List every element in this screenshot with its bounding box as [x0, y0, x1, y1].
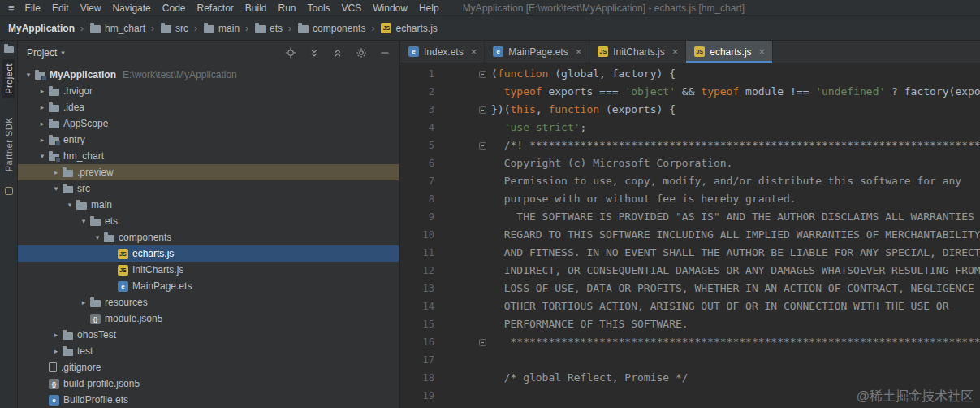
breadcrumb-item-components[interactable]: components [296, 23, 367, 34]
tree-item-ets[interactable]: ▾ets [18, 213, 399, 229]
tab-echarts-js[interactable]: JSecharts.js× [686, 41, 773, 63]
close-tab-icon[interactable]: × [576, 46, 582, 58]
breadcrumb-item-myapplication[interactable]: MyApplication [6, 23, 76, 34]
breadcrumb-item-src[interactable]: src [158, 23, 190, 34]
menu-item-refactor[interactable]: Refactor [191, 1, 239, 15]
tree-item-main[interactable]: ▾main [18, 197, 399, 213]
chevron-down-icon[interactable]: ▾ [92, 233, 103, 241]
chevron-down-icon[interactable]: ▾ [23, 71, 34, 79]
chevron-right-icon[interactable]: ▸ [50, 331, 62, 339]
project-panel-title[interactable]: Project [24, 47, 59, 59]
tree-item-echarts-js[interactable]: JSecharts.js [18, 245, 399, 262]
menu-item-file[interactable]: File [19, 1, 46, 15]
hide-panel-icon[interactable] [379, 47, 391, 59]
tab-index-ets[interactable]: eIndex.ets× [400, 41, 485, 63]
tree-item-src[interactable]: ▾src [18, 180, 399, 197]
project-tool-icon[interactable] [4, 46, 14, 53]
fold-icon[interactable] [479, 71, 486, 78]
menu-item-edit[interactable]: Edit [46, 1, 75, 15]
chevron-down-icon[interactable]: ▾ [78, 217, 89, 225]
tab-label: Index.ets [424, 46, 464, 58]
menu-item-run[interactable]: Run [273, 1, 302, 15]
line-number: 13 [405, 280, 434, 297]
code-text: AND FITNESS. IN NO EVENT SHALL THE AUTHO… [491, 244, 980, 262]
locate-file-icon[interactable] [285, 47, 296, 59]
close-tab-icon[interactable]: × [471, 46, 477, 58]
tree-item-mainpage-ets[interactable]: eMainPage.ets [18, 278, 399, 294]
tree-item-gitignore[interactable]: .gitignore [18, 359, 399, 375]
code-text: })(this, function (exports) { [491, 101, 980, 119]
breadcrumb-item-hm-chart[interactable]: hm_chart [88, 23, 147, 34]
tree-item-build-profile-json5[interactable]: {}build-profile.json5 [18, 375, 399, 392]
close-tab-icon[interactable]: × [759, 46, 766, 58]
menu-item-help[interactable]: Help [413, 1, 445, 15]
fold-icon[interactable] [479, 142, 486, 150]
chevron-down-icon[interactable]: ▾ [37, 152, 48, 160]
tab-initcharts-js[interactable]: JSInitCharts.js× [589, 41, 686, 63]
tree-item-hvigor[interactable]: ▸.hvigor [18, 83, 399, 99]
sdk-tool-icon[interactable] [5, 187, 13, 195]
menu-item-tools[interactable]: Tools [302, 1, 336, 15]
chevron-right-icon[interactable]: ▸ [37, 87, 48, 95]
breadcrumb-item-ets[interactable]: ets [253, 23, 284, 34]
folder-icon [90, 25, 101, 33]
file-icon [49, 362, 57, 372]
breadcrumb-label: MyApplication [8, 23, 75, 34]
breadcrumb-label: src [175, 23, 188, 34]
tree-item-preview[interactable]: ▸.preview [18, 164, 399, 180]
tree-item-resources[interactable]: ▸resources [18, 294, 399, 310]
tree-item-label: InitCharts.js [132, 264, 183, 276]
breadcrumb-item-main[interactable]: main [201, 23, 241, 34]
collapse-all-icon[interactable] [332, 47, 343, 59]
chevron-right-icon[interactable]: ▸ [37, 119, 48, 128]
chevron-right-icon[interactable]: ▸ [37, 103, 48, 111]
main-body: Project Partner SDK Project ▾ ▾MyApplica… [0, 41, 980, 408]
breadcrumb-item-echarts-js[interactable]: JSecharts.js [378, 23, 438, 34]
chevron-right-icon[interactable]: ▸ [50, 347, 62, 355]
menu-item-navigate[interactable]: Navigate [106, 1, 156, 15]
tree-item-buildprofile-ets[interactable]: eBuildProfile.ets [18, 392, 399, 408]
menu-item-view[interactable]: View [75, 1, 107, 15]
menu-item-vcs[interactable]: VCS [336, 1, 368, 15]
tree-item-ohostest[interactable]: ▸ohosTest [18, 327, 399, 343]
tree-item-components[interactable]: ▾components [18, 229, 399, 245]
folder-icon [204, 25, 214, 33]
tree-item-entry[interactable]: ▸entry [18, 132, 399, 148]
code-text: (function (global, factory) { [491, 65, 980, 83]
ets-file-icon: e [408, 46, 419, 57]
menu-item-build[interactable]: Build [240, 1, 273, 15]
ide-window: ≡ FileEditViewNavigateCodeRefactorBuildR… [0, 0, 980, 408]
panel-header-icons [285, 47, 391, 59]
tool-window-button-project[interactable]: Project [2, 59, 15, 98]
tree-item-appscope[interactable]: ▸AppScope [18, 115, 399, 132]
chevron-right-icon[interactable]: ▸ [50, 168, 62, 176]
main-menu-icon[interactable]: ≡ [3, 2, 19, 14]
tree-item-idea[interactable]: ▸.idea [18, 99, 399, 115]
expand-all-icon[interactable] [309, 47, 320, 59]
tree-item-hm-chart[interactable]: ▾hm_chart [18, 148, 399, 164]
settings-gear-icon[interactable] [356, 47, 367, 59]
tool-window-button-partner-sdk[interactable]: Partner SDK [2, 113, 15, 176]
breadcrumb-label: ets [270, 23, 283, 34]
gutter [434, 119, 491, 137]
breadcrumb-separator: › [80, 23, 84, 34]
chevron-down-icon[interactable]: ▾ [50, 184, 62, 193]
tree-item-test[interactable]: ▸test [18, 343, 399, 359]
tab-mainpage-ets[interactable]: eMainPage.ets× [485, 41, 589, 63]
tree-item-module-json5[interactable]: {}module.json5 [18, 310, 399, 327]
chevron-right-icon[interactable]: ▸ [37, 136, 48, 144]
chevron-down-icon[interactable]: ▾ [64, 201, 76, 209]
menu-item-code[interactable]: Code [157, 1, 192, 15]
chevron-down-icon[interactable]: ▾ [61, 49, 65, 57]
tree-item-myapplication[interactable]: ▾MyApplicationE:\work\test\MyApplication [18, 67, 399, 83]
code-line: 7 Permission to use, copy, modify, and/o… [400, 172, 980, 190]
close-tab-icon[interactable]: × [672, 46, 679, 58]
fold-icon[interactable] [479, 106, 486, 114]
gutter [434, 351, 491, 369]
menu-item-window[interactable]: Window [367, 1, 413, 15]
tree-item-label: main [91, 199, 112, 211]
js-file-icon: JS [381, 23, 391, 33]
fold-icon[interactable] [479, 339, 486, 346]
chevron-right-icon[interactable]: ▸ [78, 298, 89, 306]
tree-item-initcharts-js[interactable]: JSInitCharts.js [18, 262, 399, 278]
